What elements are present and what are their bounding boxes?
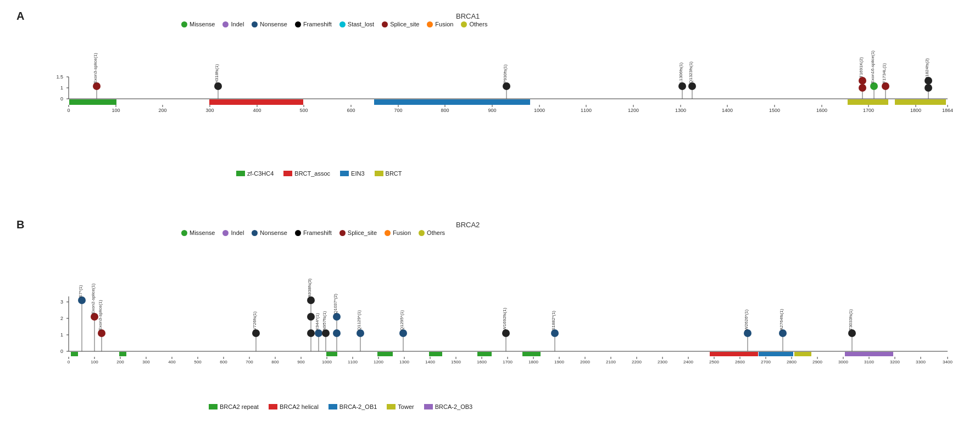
svg-text:0: 0 (68, 360, 70, 364)
svg-text:2400: 2400 (683, 360, 693, 364)
svg-rect-12 (895, 99, 946, 105)
legend-b-others: Others (419, 229, 445, 236)
svg-text:A2764fs(1): A2764fs(1) (779, 309, 784, 330)
svg-text:2900: 2900 (812, 360, 822, 364)
panel-a: A BRCA1 Missense Indel Nonsense Frameshi… (16, 5, 972, 203)
domain-brca2-helical: BRCA2 helical (269, 403, 319, 410)
svg-text:Q1037*(2): Q1037*(2) (333, 294, 338, 314)
svg-text:K944*(1): K944*(1) (315, 313, 320, 330)
svg-text:600: 600 (220, 360, 227, 364)
svg-text:700: 700 (246, 360, 253, 364)
svg-text:F1734L(1): F1734L(1) (882, 63, 887, 83)
svg-text:1200: 1200 (628, 108, 639, 113)
svg-text:W2626*(1): W2626*(1) (744, 309, 749, 330)
svg-text:1: 1 (60, 85, 63, 91)
panel-a-title: BRCA1 (456, 12, 480, 20)
svg-rect-100 (759, 352, 793, 356)
domain-ein3: EIN3 (340, 170, 364, 177)
svg-text:2: 2 (60, 316, 63, 321)
svg-text:Q1129*(1): Q1129*(1) (357, 310, 361, 330)
svg-text:2100: 2100 (606, 360, 616, 364)
svg-point-70 (859, 84, 866, 92)
svg-text:2800: 2800 (787, 360, 797, 364)
svg-text:300: 300 (205, 108, 214, 113)
legend-b-missense: Missense (181, 229, 215, 236)
panel-a-svg: 0 1 1.5 0 100 200 300 400 (47, 33, 970, 187)
svg-text:1600: 1600 (477, 360, 487, 364)
svg-text:100: 100 (91, 360, 98, 364)
domain-brct: BRCT (375, 170, 402, 177)
svg-text:200: 200 (116, 360, 124, 364)
svg-text:N957fs(1): N957fs(1) (322, 311, 327, 330)
svg-text:2200: 2200 (632, 360, 642, 364)
svg-rect-101 (794, 352, 811, 356)
svg-text:1300: 1300 (399, 360, 409, 364)
svg-text:2500: 2500 (709, 360, 719, 364)
svg-text:A938fs(3): A938fs(3) (307, 278, 312, 298)
svg-text:600: 600 (347, 108, 355, 113)
legend-b-frameshift: Frameshift (295, 229, 332, 236)
svg-text:1600: 1600 (816, 108, 827, 113)
svg-text:L1306fs(1): L1306fs(1) (678, 62, 683, 83)
legend-fusion: Fusion (427, 21, 453, 27)
panel-a-label: A (16, 10, 24, 23)
svg-text:Exon16-splice(1): Exon16-splice(1) (870, 51, 875, 83)
svg-rect-102 (845, 352, 893, 356)
svg-rect-9 (209, 99, 303, 105)
svg-text:2000: 2000 (580, 360, 590, 364)
legend-indel: Indel (222, 21, 244, 27)
svg-text:300: 300 (142, 360, 150, 364)
svg-text:1800: 1800 (910, 108, 921, 113)
legend-others-a: Others (461, 21, 487, 27)
svg-text:3100: 3100 (864, 360, 874, 364)
main-container: A BRCA1 Missense Indel Nonsense Frameshi… (0, 0, 980, 432)
svg-rect-92 (71, 352, 78, 356)
svg-text:1200: 1200 (374, 360, 383, 364)
domain-legend-a: zf-C3HC4 BRCT_assoc EIN3 BRCT (236, 170, 402, 177)
domain-zfc3hc4: zf-C3HC4 (236, 170, 274, 177)
svg-text:1000: 1000 (322, 360, 332, 364)
svg-text:800: 800 (271, 360, 279, 364)
svg-rect-93 (119, 352, 126, 356)
svg-text:1: 1 (60, 332, 63, 338)
svg-rect-99 (710, 352, 758, 356)
svg-point-80 (925, 84, 932, 92)
svg-rect-8 (69, 99, 116, 105)
svg-point-187 (307, 313, 315, 321)
legend-frameshift: Frameshift (295, 21, 332, 27)
svg-text:T1691K(2): T1691K(2) (859, 57, 864, 78)
svg-text:100: 100 (112, 108, 120, 113)
svg-text:T3033fs(1): T3033fs(1) (848, 309, 853, 330)
svg-text:1864: 1864 (942, 108, 953, 113)
svg-point-188 (307, 329, 315, 337)
svg-text:Q1295*(1): Q1295*(1) (399, 310, 404, 330)
legend-b-indel: Indel (222, 229, 244, 236)
panel-b-title: BRCA2 (456, 221, 480, 229)
svg-text:2600: 2600 (735, 360, 745, 364)
svg-text:3000: 3000 (838, 360, 848, 364)
svg-text:W1692fs(1): W1692fs(1) (502, 307, 507, 330)
domain-tower: Tower (387, 403, 414, 410)
svg-text:800: 800 (441, 108, 449, 113)
svg-text:1400: 1400 (425, 360, 435, 364)
svg-text:1000: 1000 (534, 108, 545, 113)
svg-rect-96 (429, 352, 442, 356)
svg-text:400: 400 (168, 360, 176, 364)
svg-rect-10 (374, 99, 530, 105)
legend-a: Missense Indel Nonsense Frameshift Stast… (181, 21, 487, 27)
domain-brct-assoc: BRCT_assoc (283, 170, 330, 177)
legend-b-fusion: Fusion (385, 229, 411, 236)
svg-text:500: 500 (194, 360, 202, 364)
svg-text:1700: 1700 (863, 108, 874, 113)
svg-text:1900: 1900 (554, 360, 564, 364)
svg-rect-11 (848, 99, 888, 105)
legend-nonsense: Nonsense (252, 21, 287, 27)
svg-text:P930fs(1): P930fs(1) (503, 64, 508, 83)
svg-text:1400: 1400 (722, 108, 733, 113)
svg-text:3: 3 (60, 299, 63, 305)
svg-text:Q1323fs(1): Q1323fs(1) (688, 61, 693, 83)
legend-b-splice: Splice_site (339, 229, 377, 236)
svg-text:0: 0 (67, 108, 70, 113)
svg-text:3200: 3200 (890, 360, 900, 364)
svg-text:Exon3-splice(1): Exon3-splice(1) (98, 300, 103, 330)
